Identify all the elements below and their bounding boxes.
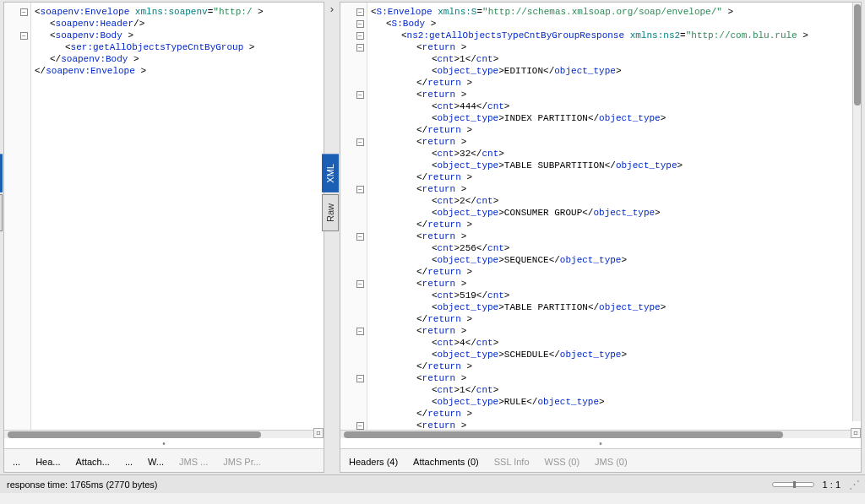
bottom-tab[interactable]: JMS (0) [595,457,628,467]
fold-icon[interactable]: − [356,138,364,146]
fold-icon[interactable]: − [356,375,364,382]
cursor-position: 1 : 1 [823,480,841,490]
xml-tab-right[interactable]: XML [322,154,339,192]
bottom-tab[interactable]: JMS Pr... [223,457,261,467]
left-corner-button[interactable]: ◻ [313,428,324,438]
right-bottom-tabs: Headers (4)Attachments (0)SSL InfoWSS (0… [340,448,861,472]
fold-icon[interactable]: − [356,20,364,28]
xml-tab-left[interactable]: XML [0,154,3,192]
resize-grip[interactable]: ⋰ [849,478,858,490]
response-body: −−−−−−−−−−−− <S:Envelope xmlns:S="http:/… [340,3,861,430]
bottom-tab[interactable]: W... [148,457,164,467]
fold-icon[interactable]: − [356,44,364,51]
left-side-tabs: XML Raw [0,154,3,233]
pane-divider[interactable]: › [326,0,338,474]
fold-icon[interactable]: − [356,8,364,16]
request-xml[interactable]: <soapenv:Envelope xmlns:soapenv="http:/ … [31,3,324,430]
bottom-tab[interactable]: SSL Info [494,457,530,467]
bottom-tab[interactable]: Hea... [35,457,60,467]
right-scroll-h[interactable]: ◻ [340,430,861,438]
fold-icon[interactable]: − [356,280,364,288]
bottom-tab[interactable]: WSS (0) [545,457,580,467]
fold-icon[interactable]: − [356,91,364,99]
left-scroll-h[interactable]: ◻ [4,430,324,438]
zoom-slider[interactable] [772,482,814,487]
response-xml[interactable]: <S:Envelope xmlns:S="http://schemas.xmls… [367,3,861,430]
fold-icon[interactable]: − [356,233,364,241]
bottom-tab[interactable]: Attach... [76,457,110,467]
raw-tab-right[interactable]: Raw [322,194,339,231]
fold-icon[interactable]: − [356,422,364,430]
right-scroll-v[interactable] [852,3,861,421]
right-gutter: −−−−−−−−−−−− [340,3,367,430]
bottom-tab[interactable]: Attachments (0) [413,457,479,467]
raw-tab-left[interactable]: Raw [0,194,3,231]
fold-icon[interactable]: − [356,32,364,40]
status-response-time: response time: 1765ms (2770 bytes) [7,480,158,490]
fold-icon[interactable]: − [356,186,364,193]
request-pane: XML Raw −− <soapenv:Envelope xmlns:soape… [3,2,324,473]
request-body: −− <soapenv:Envelope xmlns:soapenv="http… [4,3,324,430]
right-corner-button[interactable]: ◻ [851,428,861,438]
bottom-tab[interactable]: ... [125,457,133,467]
left-bottom-tabs: ...Hea...Attach......W...JMS ...JMS Pr..… [4,448,324,472]
response-pane: XML Raw −−−−−−−−−−−− <S:Envelope xmlns:S… [340,2,862,473]
fold-icon[interactable]: − [356,328,364,335]
bottom-tab[interactable]: Headers (4) [349,457,398,467]
fold-icon[interactable]: − [20,8,28,16]
status-bar: response time: 1765ms (2770 bytes) 1 : 1… [0,474,865,493]
left-gutter: −− [4,3,31,430]
main-area: XML Raw −− <soapenv:Envelope xmlns:soape… [0,0,865,474]
right-side-tabs: XML Raw [322,154,339,233]
bottom-tab[interactable]: JMS ... [179,457,208,467]
bottom-tab[interactable]: ... [13,457,20,467]
fold-icon[interactable]: − [20,32,28,40]
